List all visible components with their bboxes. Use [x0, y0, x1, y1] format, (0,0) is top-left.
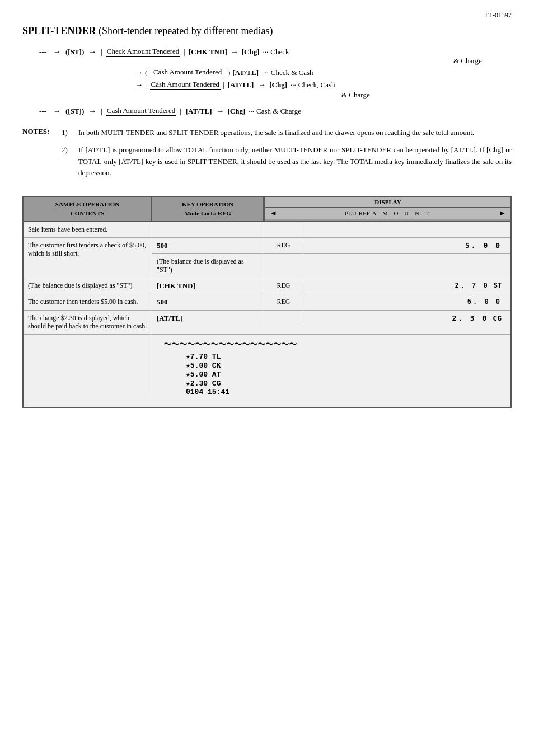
chk-tnd-bracket: [CHK TND] — [189, 48, 227, 57]
note-1-text: In both MULTI-TENDER and SPLIT-TENDER op… — [78, 127, 512, 139]
dots-1: ··· — [263, 48, 269, 57]
row-5a: [AT/TL] 2. 3 0 CG — [152, 311, 510, 326]
flow-sep-3: | — [148, 68, 150, 77]
op-cell-4: The customer then tenders $5.00 in cash. — [24, 294, 152, 310]
arrow-icon-1: → — [53, 48, 61, 57]
key-cell-2a: 500 — [152, 238, 264, 253]
flow-sep-6: | — [223, 81, 224, 90]
at-tl-bracket-2: [AT/TL] — [228, 81, 254, 90]
arrow-icon-3: → — [231, 48, 238, 57]
flow-diagram: --- → ([ST]) → | Check Amount Tendered |… — [39, 47, 512, 116]
note-2: 2) If [AT/TL] is programmed to allow TOT… — [62, 144, 512, 179]
arrow-icon-8: → — [88, 107, 96, 116]
flow-sep-4: | — [225, 68, 227, 77]
page-title: SPLIT-TENDER (Short-tender repeated by d… — [22, 25, 512, 37]
mode-cell-5 — [264, 311, 303, 326]
flow-sep-1: | — [101, 48, 102, 57]
header-col1: SAMPLE OPERATIONCONTENTS — [24, 197, 152, 221]
chg-bracket-2: [Chg] — [269, 81, 287, 90]
receipt-line-5: 0104 15:41 — [186, 388, 506, 396]
key-cell-3: [CHK TND] — [152, 278, 264, 294]
at-tl-bracket-3: [AT/TL] — [186, 107, 212, 116]
receipt-line-2: ★5.00 CK — [186, 361, 506, 370]
flow-row-1: --- → ([ST]) → | Check Amount Tendered |… — [39, 47, 512, 57]
op-cell-3: (The balance due is displayed as "ST") — [24, 278, 152, 294]
mode-cell-1 — [264, 222, 303, 237]
flow-row-4: --- → ([ST]) → | Cash Amount Tendered | … — [39, 106, 512, 116]
key-cell-1 — [152, 222, 264, 237]
receipt-row: 〜〜〜〜〜〜〜〜〜〜〜〜〜〜〜〜〜 ★7.70 TL ★5.00 CK ★5.0… — [24, 335, 510, 401]
note-1-num: 1) — [62, 127, 78, 139]
receipt-line-1: ★7.70 TL — [186, 352, 506, 361]
table-row-group-5: The change $2.30 is displayed, which sho… — [24, 311, 510, 335]
comment-4: Cash & Charge — [256, 107, 301, 116]
title-bold: SPLIT-TENDER — [22, 25, 96, 36]
disp-num-4: 5. 0 0 — [467, 298, 502, 306]
ist-label-1: ([ST]) — [65, 48, 84, 57]
note-2-num: 2) — [62, 144, 78, 179]
flow-sep-8: | — [180, 107, 181, 116]
check-amount-tendered: Check Amount Tendered — [106, 47, 181, 57]
chg-bracket-3: [Chg] — [228, 107, 246, 116]
flow-row-2: → ( | Cash Amount Tendered | ) [AT/TL] ·… — [135, 68, 512, 77]
display-sub-row: ◄ PLU REF A M O U N T ► — [265, 208, 510, 219]
disp-cell-5: 2. 3 0 CG — [303, 311, 510, 326]
row-2b: (The balance due is displayed as "ST") — [152, 254, 510, 278]
op-cell-5: The change $2.30 is displayed, which sho… — [24, 311, 152, 334]
dash-2: --- — [39, 107, 46, 116]
disp-tag-5: CG — [493, 314, 502, 322]
notes-section: NOTES: 1) In both MULTI-TENDER and SPLIT… — [22, 127, 512, 185]
cash-amount-tendered-2: Cash Amount Tendered — [150, 80, 221, 90]
comment-1: Check — [270, 48, 289, 57]
note-1: 1) In both MULTI-TENDER and SPLIT-TENDER… — [62, 127, 512, 139]
disp-cell-2a: 5. 0 0 — [303, 238, 510, 253]
plu-indicator: PLU — [345, 210, 357, 217]
cash-amount-tendered-1: Cash Amount Tendered — [152, 68, 223, 77]
comment-1b: & Charge — [453, 57, 512, 65]
flow-sep-5: | — [146, 81, 148, 90]
comment-2: Check & Cash — [271, 68, 313, 77]
receipt-line-3: ★5.00 AT — [186, 370, 506, 379]
row-2a: 500 REG 5. 0 0 — [152, 238, 510, 254]
table-footer — [24, 401, 510, 407]
right-arrow-icon: ► — [499, 209, 506, 218]
op-cell-1: Sale items have been entered. — [24, 222, 152, 237]
at-tl-bracket-1: [AT/TL] — [232, 68, 259, 77]
left-arrow-icon: ◄ — [270, 209, 277, 218]
table-row-group-2: The customer first tenders a check of $5… — [24, 238, 510, 278]
disp-num-5: 2. 3 0 — [452, 314, 488, 322]
notes-label: NOTES: — [22, 127, 62, 185]
notes-content: 1) In both MULTI-TENDER and SPLIT-TENDER… — [62, 127, 512, 185]
mode-cell-4: REG — [264, 294, 303, 310]
dots-2: ··· — [263, 68, 269, 77]
arrow-icon-2: → — [88, 48, 96, 57]
op-2b-note: (The balance due is displayed as "ST") — [152, 254, 264, 278]
disp-num-3: 2. 7 0 — [455, 282, 489, 290]
arrow-icon-4: → — [135, 68, 143, 77]
disp-tag-3: ST — [494, 282, 502, 290]
arrow-icon-6: → — [258, 81, 266, 90]
display-indicators: PLU REF A M O U N T — [345, 210, 431, 217]
page-reference: E1-01397 — [22, 11, 512, 20]
chg-bracket-1: [Chg] — [242, 48, 260, 57]
arrow-icon-7: → — [53, 107, 61, 116]
comment-3: Check, Cash — [298, 81, 335, 90]
wavy-line: 〜〜〜〜〜〜〜〜〜〜〜〜〜〜〜〜〜 — [163, 339, 506, 350]
header-display: DISPLAY ◄ PLU REF A M O U N T ► — [264, 197, 510, 221]
disp-cell-1 — [303, 222, 510, 237]
arrow-icon-5: → — [135, 81, 143, 90]
disp-cell-3: 2. 7 0 ST — [303, 278, 510, 294]
table-row-3: (The balance due is displayed as "ST") [… — [24, 278, 510, 294]
disp-num-2a: 5. 0 0 — [465, 241, 502, 250]
table-header: SAMPLE OPERATIONCONTENTS KEY OPERATIONMo… — [24, 197, 510, 222]
paren-close: ) — [228, 68, 230, 77]
flow-sep-7: | — [101, 107, 102, 116]
display-label: DISPLAY — [265, 197, 510, 208]
receipt-line-4: ★2.30 CG — [186, 379, 506, 388]
receipt-op-cell — [24, 335, 152, 401]
receipt-lines: ★7.70 TL ★5.00 CK ★5.00 AT ★2.30 CG 0104… — [163, 352, 506, 396]
cash-amount-tendered-3: Cash Amount Tendered — [106, 106, 176, 116]
ref-indicator: REF — [359, 210, 370, 217]
op-cell-2: The customer first tenders a check of $5… — [24, 238, 152, 278]
notes-wrapper: NOTES: 1) In both MULTI-TENDER and SPLIT… — [22, 127, 512, 185]
